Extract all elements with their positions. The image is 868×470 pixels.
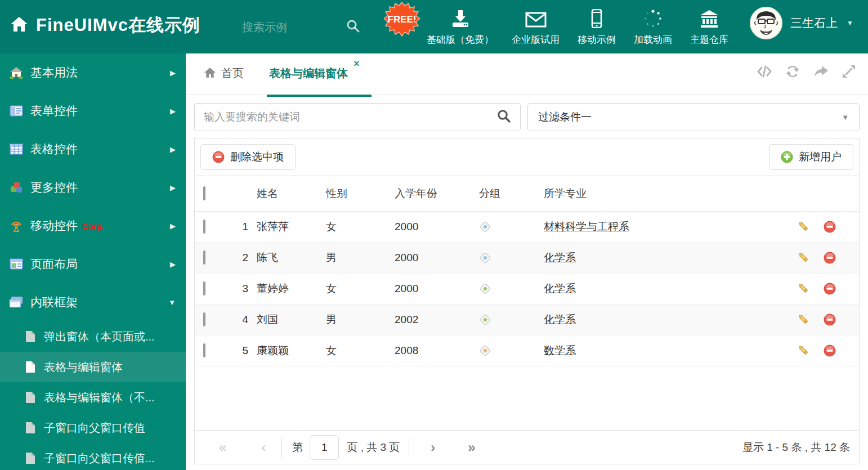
sidebar-subitem-label: 子窗口向父窗口传值... — [44, 451, 155, 466]
sidebar-subitem-child-to-parent[interactable]: 子窗口向父窗口传值 — [0, 413, 186, 443]
pager-summary: 显示 1 - 5 条 , 共 12 条 — [742, 440, 850, 455]
envelope-icon — [525, 7, 547, 28]
add-user-label: 新增用户 — [799, 150, 842, 164]
edit-pencil-icon[interactable] — [798, 252, 810, 264]
major-link[interactable]: 材料科学与工程系 — [544, 221, 629, 232]
keyword-search-box[interactable] — [194, 103, 521, 131]
download-icon — [450, 7, 471, 28]
nav-item-mobile-demo[interactable]: 移动示例 — [569, 7, 625, 46]
pager-divider — [281, 437, 282, 458]
form-icon — [9, 104, 24, 118]
nav-item-theme-repo[interactable]: 主题仓库 — [681, 7, 737, 46]
major-link[interactable]: 化学系 — [544, 283, 576, 294]
tab-grid-edit-window[interactable]: 表格与编辑窗体 — [269, 66, 348, 81]
select-all-checkbox[interactable] — [203, 186, 205, 200]
row-checkbox[interactable] — [203, 343, 205, 357]
refresh-icon[interactable] — [785, 64, 800, 79]
add-user-button[interactable]: 新增用户 — [769, 144, 853, 170]
sidebar: 基本用法 ▶ 表单控件 ▶ 表格控件 ▶ 更多控件 ▶ — [0, 53, 186, 470]
home-icon — [204, 67, 216, 80]
sidebar-item-mobile-controls[interactable]: 移动控件 Corp. ▶ — [0, 207, 186, 245]
cell-name: 陈飞 — [248, 250, 319, 265]
expand-icon[interactable] — [841, 64, 857, 79]
spinner-icon — [643, 7, 663, 28]
search-icon[interactable] — [346, 19, 360, 35]
nav-item-basic-edition[interactable]: 基础版（免费） — [418, 7, 503, 46]
tag-icon — [479, 283, 491, 295]
sidebar-item-inline-frame[interactable]: 内联框架 ▼ — [0, 283, 186, 321]
sidebar-item-page-layout[interactable]: 页面布局 ▶ — [0, 245, 186, 283]
search-icon[interactable] — [496, 109, 511, 126]
row-checkbox[interactable] — [203, 312, 205, 326]
cell-gender: 女 — [319, 281, 383, 296]
tab-toolbar — [757, 64, 857, 79]
row-checkbox[interactable] — [203, 220, 205, 234]
pager-last-icon[interactable]: » — [468, 441, 475, 454]
cell-name: 董婷婷 — [248, 281, 319, 296]
free-badge: FREE! — [384, 1, 420, 37]
main-content: 首页 表格与编辑窗体 × — [186, 53, 868, 470]
sidebar-item-basic-usage[interactable]: 基本用法 ▶ — [0, 53, 186, 92]
keyword-search-input[interactable] — [204, 111, 496, 123]
top-header: FineUIMvc在线示例 搜索示例 FREE! 基础版（免费） — [0, 0, 868, 53]
row-checkbox[interactable] — [203, 281, 205, 296]
cell-gender: 女 — [319, 220, 383, 234]
cell-name: 刘国 — [248, 312, 319, 327]
pager-next-icon[interactable]: › — [431, 441, 435, 454]
major-link[interactable]: 化学系 — [544, 252, 576, 263]
top-search[interactable]: 搜索示例 — [242, 17, 360, 37]
nav-label: 加载动画 — [634, 33, 672, 46]
sidebar-subitem-grid-edit-window-2[interactable]: 表格与编辑窗体（不... — [0, 382, 186, 413]
sidebar-item-more-controls[interactable]: 更多控件 ▶ — [0, 168, 186, 207]
cubes-icon — [9, 181, 24, 194]
minus-circle-icon — [212, 151, 225, 163]
col-major: 所学专业 — [535, 186, 775, 201]
major-link[interactable]: 化学系 — [544, 314, 576, 325]
pager-prev-icon[interactable]: ‹ — [261, 441, 266, 454]
edit-pencil-icon[interactable] — [798, 314, 810, 326]
filter-dropdown[interactable]: 过滤条件一 ▼ — [527, 103, 860, 131]
cell-year: 2000 — [383, 252, 471, 264]
cell-name: 张萍萍 — [248, 220, 319, 234]
delete-row-icon[interactable] — [824, 283, 836, 295]
edit-pencil-icon[interactable] — [798, 283, 810, 295]
table-icon — [9, 142, 24, 156]
delete-row-icon[interactable] — [824, 344, 836, 357]
tab-home-label: 首页 — [221, 66, 244, 81]
user-menu[interactable]: 三生石上 ▼ — [750, 7, 853, 39]
page-number-input[interactable] — [310, 435, 339, 460]
chevron-right-icon: ▶ — [170, 107, 176, 115]
nav-item-loading-animation[interactable]: 加载动画 — [625, 7, 681, 46]
delete-row-icon[interactable] — [824, 314, 836, 326]
delete-row-icon[interactable] — [824, 252, 836, 264]
file-icon — [25, 422, 36, 434]
cell-group — [471, 283, 535, 295]
sidebar-subitem-child-to-parent-2[interactable]: 子窗口向父窗口传值... — [0, 443, 186, 470]
edit-pencil-icon[interactable] — [798, 221, 810, 233]
top-search-placeholder: 搜索示例 — [242, 20, 346, 35]
delete-row-icon[interactable] — [824, 221, 836, 233]
sidebar-subitem-popup-window[interactable]: 弹出窗体（本页面或... — [0, 321, 186, 352]
row-checkbox[interactable] — [203, 250, 205, 265]
major-link[interactable]: 数学系 — [544, 344, 576, 356]
share-icon[interactable] — [813, 64, 829, 79]
edit-pencil-icon[interactable] — [798, 344, 810, 357]
pagination-bar: « ‹ 第 页 , 共 3 页 › » 显示 1 - 5 条 , 共 12 条 — [195, 430, 859, 464]
cell-gender: 男 — [319, 312, 383, 327]
nav-item-enterprise-trial[interactable]: 企业版试用 — [503, 7, 569, 46]
cell-group — [471, 221, 535, 233]
sidebar-item-grid-controls[interactable]: 表格控件 ▶ — [0, 130, 186, 168]
mobile-icon — [591, 7, 602, 28]
plus-circle-icon — [781, 151, 793, 163]
sidebar-subitem-grid-edit-window[interactable]: 表格与编辑窗体 — [0, 352, 186, 382]
brand[interactable]: FineUIMvc在线示例 — [10, 14, 200, 37]
sidebar-item-form-controls[interactable]: 表单控件 ▶ — [0, 92, 186, 130]
tab-home[interactable]: 首页 — [204, 66, 244, 81]
cell-group — [471, 344, 535, 357]
sidebar-submenu: 弹出窗体（本页面或... 表格与编辑窗体 表格与编辑窗体（不... 子窗口向父窗… — [0, 321, 186, 470]
sidebar-item-label: 表单控件 — [30, 103, 78, 119]
source-code-icon[interactable] — [757, 64, 772, 79]
delete-selected-button[interactable]: 删除选中项 — [200, 144, 296, 170]
close-icon[interactable]: × — [354, 58, 360, 70]
pager-first-icon[interactable]: « — [219, 441, 226, 454]
